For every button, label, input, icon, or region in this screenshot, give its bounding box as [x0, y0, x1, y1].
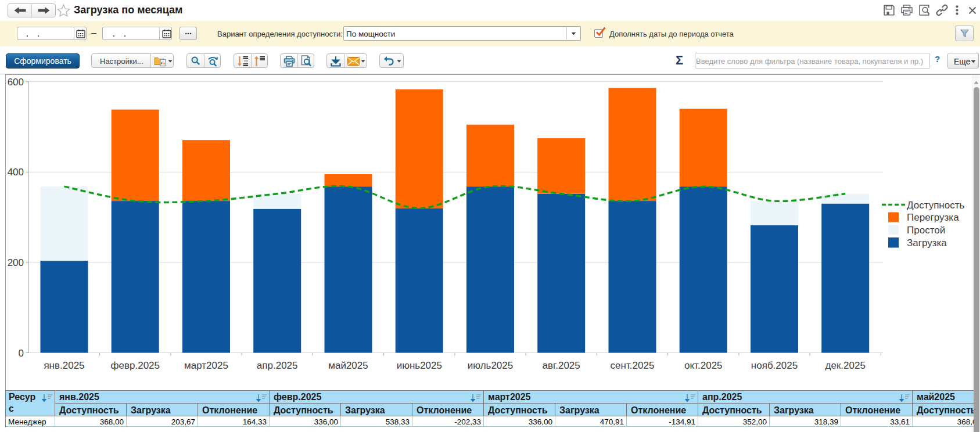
svg-text:июль2025: июль2025	[468, 360, 513, 371]
svg-text:март2025: март2025	[184, 360, 228, 371]
svg-text:Перегрузка: Перегрузка	[907, 212, 959, 223]
svg-text:февр.2025: февр.2025	[111, 360, 160, 371]
svg-text:0: 0	[19, 348, 24, 359]
svg-text:апр.2025: апр.2025	[257, 360, 298, 371]
svg-text:июнь2025: июнь2025	[397, 360, 442, 371]
svg-text:Загрузка: Загрузка	[907, 237, 947, 249]
svg-text:сент.2025: сент.2025	[611, 360, 655, 371]
svg-text:янв.2025: янв.2025	[44, 360, 84, 371]
svg-text:200: 200	[8, 257, 24, 268]
svg-text:Простой: Простой	[907, 225, 945, 236]
svg-text:нояб.2025: нояб.2025	[751, 360, 798, 371]
svg-text:600: 600	[8, 77, 24, 88]
svg-text:авг.2025: авг.2025	[543, 360, 580, 371]
svg-text:май2025: май2025	[328, 360, 368, 371]
svg-text:дек.2025: дек.2025	[825, 360, 866, 371]
svg-text:окт.2025: окт.2025	[684, 360, 723, 371]
svg-text:Доступность: Доступность	[907, 200, 964, 211]
svg-text:400: 400	[8, 167, 24, 178]
